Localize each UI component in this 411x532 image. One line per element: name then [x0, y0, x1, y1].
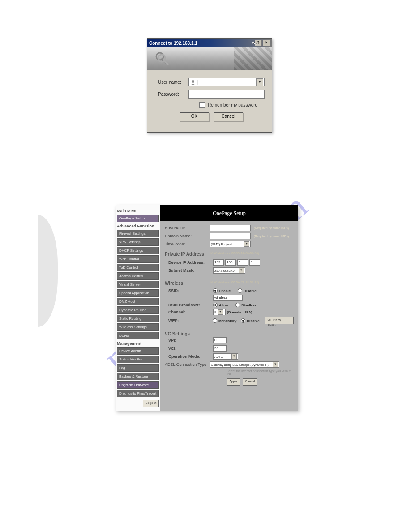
adslconn-note: Select the Internet connection type you … — [227, 369, 294, 376]
mac-address-2: (MAC Address: 00-0A-79-18-06-32) — [210, 281, 259, 284]
ssidbc-disallow-radio[interactable] — [235, 303, 240, 307]
mac-address-1: (MAC Address: 00-90-A2-08-06-08) — [210, 252, 259, 255]
page-tab-decoration — [38, 215, 58, 327]
page-title: OnePage Setup — [160, 205, 298, 221]
hostname-input[interactable] — [210, 225, 251, 231]
wep-mandatory-radio[interactable] — [213, 318, 217, 323]
subnet-select[interactable]: 255.255.255.0 ▼ — [213, 267, 245, 274]
sidebar-heading-advanced: Advanced Function — [117, 224, 159, 228]
close-button[interactable]: × — [263, 40, 270, 46]
ok-button[interactable]: OK — [180, 112, 209, 121]
sidebar-item-status[interactable]: Status Monitor — [117, 356, 159, 363]
remember-label: Remember my password — [208, 103, 257, 107]
ssidbc-allow-radio[interactable] — [213, 303, 218, 307]
cancel-button[interactable]: Cancel — [214, 112, 243, 121]
sidebar-item-dynrouting[interactable]: Dynamic Routing — [117, 306, 159, 314]
ssidbc-label: SSID Broadcast: — [165, 303, 213, 307]
wireless-heading: Wireless — [165, 281, 210, 286]
domainname-input[interactable] — [210, 233, 251, 239]
dialog-title: Connect to 192.168.1.1 — [149, 41, 197, 46]
main-panel: OnePage Setup Host Name: (Required by so… — [160, 205, 298, 411]
allow-label: Allow — [219, 303, 228, 307]
vpi-label: VPI: — [165, 338, 213, 343]
channel-label: Channel: — [165, 310, 213, 314]
enable-label: Enable — [219, 289, 231, 293]
vcsettings-heading: VC Settings — [165, 331, 294, 336]
sidebar-item-staticrouting[interactable]: Static Routing — [117, 315, 159, 322]
chevron-down-icon: ▼ — [218, 309, 223, 315]
user-icon — [190, 79, 196, 86]
svg-point-4 — [192, 80, 194, 83]
adslconn-select[interactable]: Gateway using LLC Encaps (Dynamic IP) ▼ — [210, 361, 279, 368]
timezone-select[interactable]: (GMT) England ▼ — [210, 241, 251, 247]
cancel-button[interactable]: Cancel — [243, 378, 258, 386]
password-label: Password: — [158, 92, 188, 97]
sidebar-item-virtualserver[interactable]: Virtual Server — [117, 281, 159, 288]
keys-icon — [154, 50, 171, 68]
sidebar-item-upgrade[interactable]: Upgrade Firmware — [117, 381, 159, 389]
mandatory-label: Mandatory — [218, 319, 236, 323]
chevron-down-icon: ▼ — [231, 354, 237, 359]
sidebar-item-dmz[interactable]: DMZ Host — [117, 298, 159, 305]
password-input[interactable] — [188, 90, 265, 99]
domainname-label: Domain Name: — [165, 234, 210, 238]
sidebar-item-dhcp[interactable]: DHCP Settings — [117, 247, 159, 254]
ssid-disable-radio[interactable] — [238, 288, 242, 293]
disable-label: Disable — [244, 289, 256, 293]
domainname-note: (Required by some ISPs) — [254, 235, 289, 238]
remember-checkbox[interactable] — [199, 102, 205, 108]
adslconn-label: ADSL Connection Type — [165, 362, 210, 367]
disallow-label: Disallow — [241, 303, 256, 307]
svg-rect-3 — [163, 60, 169, 65]
sidebar-item-access[interactable]: Access Control — [117, 272, 159, 280]
sidebar-item-special[interactable]: Special Application — [117, 289, 159, 297]
sidebar-heading-main: Main Menu — [117, 209, 159, 213]
ssid-enable-radio[interactable] — [213, 288, 218, 293]
username-label: User name: — [158, 80, 188, 85]
ip-octet-2-input[interactable]: 168 — [225, 259, 236, 266]
username-dropdown-icon[interactable]: ▼ — [256, 78, 263, 86]
ip-octet-4-input[interactable]: 1 — [249, 259, 260, 266]
timezone-label: Time Zone: — [165, 242, 210, 246]
sidebar-item-deviceadmin[interactable]: Device Admin — [117, 347, 159, 355]
vci-input[interactable]: 35 — [213, 345, 227, 352]
ip-octet-3-input[interactable]: 1 — [237, 259, 248, 266]
wepdisable-label: Disable — [247, 319, 259, 323]
hostname-label: Host Name: — [165, 226, 210, 230]
opmode-label: Operation Mode: — [165, 354, 213, 359]
ssid-label: SSID: — [165, 288, 213, 293]
subnet-label: Subnet Mask: — [165, 268, 213, 273]
opmode-select[interactable]: AUTO ▼ — [213, 353, 238, 360]
chevron-down-icon: ▼ — [244, 241, 249, 247]
sidebar-item-firewall[interactable]: Firewall Settings — [117, 230, 159, 237]
sidebar-item-backup[interactable]: Backup & Restore — [117, 373, 159, 380]
connect-dialog: Connect to 192.168.1.1 ↖ ? × User name: … — [147, 38, 272, 133]
wep-label: WEP: — [165, 318, 213, 323]
deviceip-label: Device IP Address: — [165, 260, 213, 265]
sidebar-item-diag[interactable]: Diagnostic-Ping/Tracert — [117, 390, 159, 397]
apply-button[interactable]: Apply — [227, 378, 240, 386]
sidebar-item-tod[interactable]: ToD Control — [117, 264, 159, 271]
wep-disable-radio[interactable] — [241, 318, 245, 323]
sidebar-item-webcontrol[interactable]: Web Control — [117, 255, 159, 263]
chevron-down-icon: ▼ — [273, 362, 278, 367]
channel-note: (Domain: USA) — [227, 310, 252, 314]
dialog-banner — [147, 47, 272, 70]
ssid-input[interactable]: wireless — [213, 295, 243, 301]
sidebar-item-wireless[interactable]: Wireless Settings — [117, 323, 159, 331]
logout-button[interactable]: Logout — [143, 400, 159, 407]
username-input[interactable]: | ▼ — [188, 78, 265, 86]
sidebar-item-vpn[interactable]: VPN Settings — [117, 238, 159, 246]
dialog-titlebar: Connect to 192.168.1.1 ↖ ? × — [147, 39, 272, 47]
router-page: Main Menu OnePage Setup Advanced Functio… — [116, 205, 298, 411]
hostname-note: (Required by some ISPs) — [254, 227, 289, 230]
vpi-input[interactable]: 0 — [213, 337, 227, 343]
sidebar-item-log[interactable]: Log — [117, 364, 159, 372]
channel-select[interactable]: 9 ▼ — [213, 309, 226, 315]
vci-label: VCI: — [165, 346, 213, 351]
chevron-down-icon: ▼ — [239, 268, 244, 273]
wep-key-setting-button[interactable]: WEP Key Setting — [265, 317, 294, 324]
sidebar-item-ddns[interactable]: DDNS — [117, 332, 159, 339]
ip-octet-1-input[interactable]: 192 — [213, 259, 224, 266]
sidebar-item-onepage[interactable]: OnePage Setup — [117, 215, 159, 222]
